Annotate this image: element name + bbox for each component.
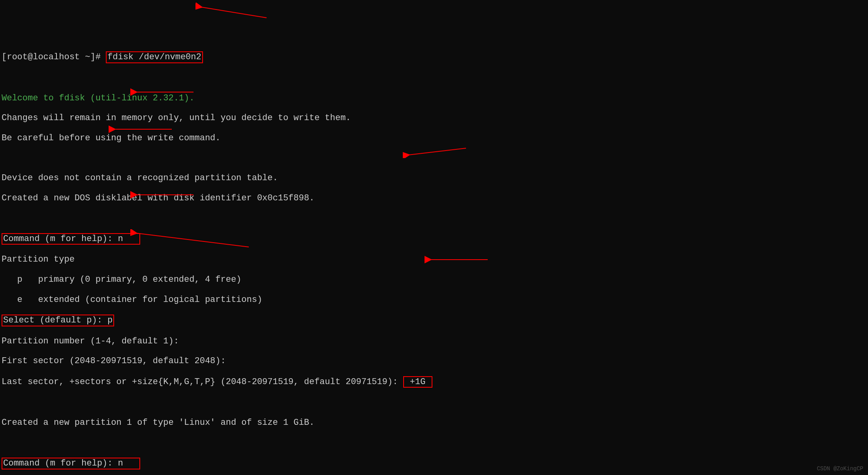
welcome-line: Welcome to fdisk (util-linux 2.32.1). — [2, 93, 866, 103]
primary-0: p primary (0 primary, 0 extended, 4 free… — [2, 275, 866, 285]
extended-1: e extended (container for logical partit… — [2, 295, 866, 305]
created-p1: Created a new partition 1 of type 'Linux… — [2, 418, 866, 428]
terminal-output: [root@localhost ~]# fdisk /dev/nvme0n2 W… — [2, 41, 866, 475]
created-dos-line: Created a new DOS disklabel with disk id… — [2, 193, 866, 203]
first-sector-1: First sector (2048-20971519, default 204… — [2, 356, 866, 366]
highlight-select-p-1: Select (default p): p — [2, 315, 114, 326]
highlight-command-n-2: Command (m for help): n — [2, 458, 140, 469]
highlight-plus-1g: +1G — [403, 376, 432, 388]
svg-line-1 — [201, 7, 267, 18]
last-sector-1: Last sector, +sectors or +size{K,M,G,T,P… — [2, 377, 403, 387]
no-partition-line: Device does not contain a recognized par… — [2, 173, 866, 183]
shell-prompt: [root@localhost ~]# — [2, 52, 106, 62]
careful-line: Be careful before using the write comman… — [2, 133, 866, 143]
arrow-annotation-1 — [195, 0, 274, 20]
highlight-fdisk-command: fdisk /dev/nvme0n2 — [106, 51, 203, 63]
partition-type-1: Partition type — [2, 254, 866, 264]
watermark: CSDN @ZoKingCP — [817, 466, 863, 472]
changes-line: Changes will remain in memory only, unti… — [2, 113, 866, 123]
part-num-1: Partition number (1-4, default 1): — [2, 336, 866, 346]
highlight-command-n-1: Command (m for help): n — [2, 233, 140, 245]
